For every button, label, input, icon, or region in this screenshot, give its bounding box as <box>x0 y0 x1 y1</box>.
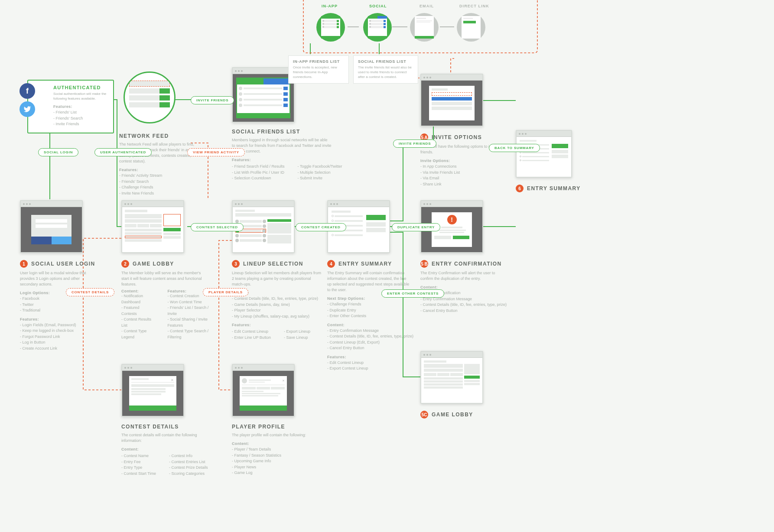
step-3-desc: Lineup Selection will let members draft … <box>232 270 323 287</box>
pp-title: PLAYER PROFILE <box>232 424 285 430</box>
step-1-num: 1 <box>20 260 28 268</box>
facebook-icon: f <box>20 83 35 99</box>
cd-listA: Contest NameEntry FeeEntry TypeContest S… <box>121 453 156 477</box>
s1-labelB: Features: <box>20 317 98 321</box>
step-4-num: 4 <box>327 260 335 268</box>
thumb-direct <box>457 13 485 42</box>
s3-labelB: Features: <box>232 323 323 327</box>
authenticated-card: f AUTHENTICATED Social authentication wi… <box>27 80 114 133</box>
step-5c-title: GAME LOBBY <box>432 412 473 418</box>
player-profile-node: ✕ PLAYER PROFILE The player profile will… <box>232 364 319 476</box>
top-label-email: EMAIL <box>420 4 434 8</box>
pill-contest-details: CONTEST DETAILS <box>66 288 114 296</box>
s5a-labelA: Invite Options: <box>420 159 503 163</box>
s2-listB: Contest CreationWon Contest TimeFriends'… <box>168 293 212 340</box>
pill-duplicate-entry: DUPLICATE ENTRY <box>392 223 440 231</box>
auth-features-label: Features: <box>53 104 108 109</box>
lineup-selection-node: 3LINEUP SELECTION Lineup Selection will … <box>232 200 323 341</box>
step-4-title: ENTRY SUMMARY <box>338 261 392 267</box>
step-5-desc: The Entry Confirmation will alert the us… <box>420 270 503 282</box>
top-label-direct: DIRECT LINK <box>459 4 489 8</box>
nf-list: Friends' Activity StreamFriends' SearchC… <box>119 173 202 196</box>
s4-listA: Challenge FriendsDuplicate EntryEnter Ot… <box>327 302 418 319</box>
game-lobby-5c-node: 5cGAME LOBBY <box>420 351 503 418</box>
step-5a-title: INVITE OPTIONS <box>432 134 482 140</box>
game-lobby-node: 2GAME LOBBY The Member lobby will serve … <box>121 200 212 340</box>
cd-title: CONTEST DETAILS <box>121 424 179 430</box>
auth-title: AUTHENTICATED <box>53 85 108 90</box>
pill-social-login: SOCIAL LOGIN <box>38 148 78 156</box>
step-5-title: ENTRY CONFIRMATION <box>432 261 502 267</box>
nf-title: NETWORK FEED <box>119 133 169 139</box>
pp-desc: The player profile will contain the foll… <box>232 432 314 438</box>
s4-listB: Entry Confirmation MessageContest Detail… <box>327 328 418 351</box>
s5-labelA: Content: <box>420 285 507 289</box>
pill-player-details: PLAYER DETAILS <box>203 288 248 296</box>
twitter-icon <box>20 101 35 117</box>
sfl-listA: Friend Search Field / ResultsList With P… <box>232 164 285 182</box>
pill-invite-friends-2: INVITE FRIENDS <box>393 139 436 148</box>
s3-listC: Export LineupSave Lineup <box>284 329 310 341</box>
pill-view-friend-activity: VIEW FRIEND ACTIVITY <box>187 148 245 156</box>
top-label-inapp: IN-APP <box>322 4 338 8</box>
s3-listA: Contest Details (title, ID, fee, entries… <box>232 296 323 319</box>
sfl-title: SOCIAL FRIENDS LIST <box>232 129 300 135</box>
s4-labelB: Content: <box>327 323 418 327</box>
step-3-title: LINEUP SELECTION <box>243 261 303 267</box>
step-5c-num: 5c <box>420 411 428 418</box>
step-1-desc: User login will be a modal window that p… <box>20 270 98 287</box>
s1-listA: FacebookTwitterTraditional <box>20 296 98 314</box>
cd-desc: The contest details will contain the fol… <box>121 432 204 444</box>
thumb-social <box>363 13 392 42</box>
s5a-listA: In App ConnectionsVia Invite Friends Lis… <box>420 164 503 187</box>
step-2-title: GAME LOBBY <box>133 261 174 267</box>
entry-summary-6-node: 6ENTRY SUMMARY <box>516 130 589 192</box>
pill-contest-selected: CONTEST SELECTED <box>191 223 244 231</box>
s4-labelC: Features: <box>327 355 418 359</box>
cd-listB: Contest InfoContest Entries ListContest … <box>169 453 208 477</box>
step-5-num: 5 b <box>420 260 428 268</box>
pill-user-authenticated: USER AUTHENTICATED <box>94 148 152 156</box>
top-label-social: SOCIAL <box>369 4 387 8</box>
step-6-num: 6 <box>516 185 524 192</box>
step-3-num: 3 <box>232 260 240 268</box>
pill-enter-other-contests: ENTER OTHER CONTESTS <box>381 289 444 298</box>
invite-channels-strip: IN-APP SOCIAL EMAIL DIRECT LINK <box>303 0 537 102</box>
thumb-inapp <box>316 13 345 42</box>
thumb-email <box>410 13 439 42</box>
s3-listB: Edit Contest LineupEnter Line UP Button <box>232 329 271 341</box>
pill-invite-friends: INVITE FRIENDS <box>191 96 234 104</box>
s2-labelA: Content: <box>121 289 155 293</box>
contest-details-node: ✕ CONTEST DETAILS The contest details wi… <box>121 364 212 477</box>
step-6-title: ENTRY SUMMARY <box>527 185 581 191</box>
step-1-title: SOCIAL USER LOGIN <box>31 261 95 267</box>
s4-listC: Edit Contest LineupExport Contest Lineup <box>327 360 418 372</box>
sfl-desc: Members logged in through social network… <box>232 137 332 154</box>
pp-listA: Player / Team DetailsFantasy / Season St… <box>232 447 319 476</box>
sfl-labelA: Features: <box>232 158 345 162</box>
s2-listA: Notification DashboardFeatured ContestsC… <box>121 293 155 340</box>
pill-back-to-summary: BACK TO SUMMARY <box>489 144 540 152</box>
step-2-num: 2 <box>121 260 129 268</box>
auth-features-list: Friends' ListFriends' SearchInvite Frien… <box>53 110 108 127</box>
nf-label: Features: <box>119 168 202 172</box>
auth-subtitle: Social authentication will make the foll… <box>53 91 108 101</box>
network-feed-node: NETWORK FEED The Network Feed will allow… <box>119 71 202 196</box>
sfl-listB: Toggle Facebook/TwitterMultiple Selectio… <box>298 164 342 182</box>
step-2-desc: The Member lobby will serve as the membe… <box>121 270 204 287</box>
pp-labelA: Content: <box>232 441 319 446</box>
cd-labelA: Content: <box>121 447 212 451</box>
social-user-login-node: 1SOCIAL USER LOGIN User login will be a … <box>20 200 98 351</box>
pill-contest-created: CONTEST CREATED <box>296 223 346 231</box>
s1-listB: Login Fields (Email, Password)Keep me lo… <box>20 322 98 352</box>
